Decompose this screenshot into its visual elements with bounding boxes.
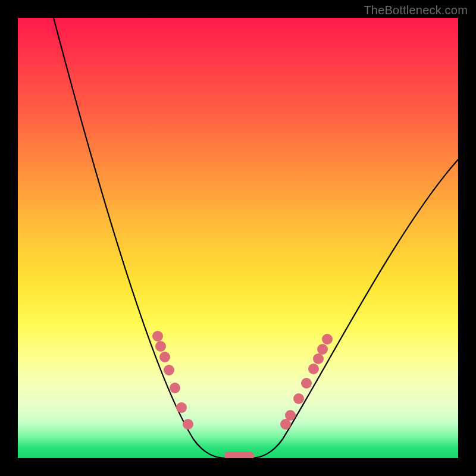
data-marker — [322, 334, 333, 345]
data-marker — [308, 364, 319, 374]
markers-left — [152, 331, 193, 430]
data-marker — [155, 341, 166, 352]
data-marker — [293, 393, 304, 404]
data-marker — [159, 352, 170, 362]
data-marker — [313, 353, 324, 364]
data-marker — [301, 378, 312, 389]
data-marker — [183, 419, 193, 430]
data-marker — [170, 383, 180, 393]
watermark-text: TheBottleneck.com — [364, 4, 468, 17]
bottleneck-curve — [54, 18, 458, 458]
data-marker — [164, 365, 174, 375]
markers-right — [280, 334, 333, 430]
bottom-pill-marker — [224, 452, 254, 458]
data-marker — [152, 331, 163, 342]
data-marker — [176, 402, 187, 413]
data-marker — [285, 410, 296, 421]
data-marker — [317, 344, 328, 355]
chart-frame: TheBottleneck.com — [0, 0, 476, 476]
chart-plot-area — [18, 18, 458, 458]
chart-svg — [18, 18, 458, 458]
